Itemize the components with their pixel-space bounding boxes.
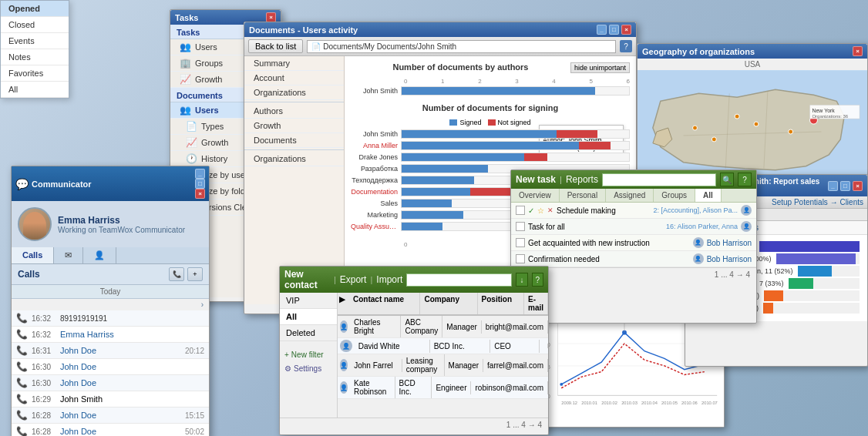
settings-button[interactable]: ⚙ Settings bbox=[280, 362, 337, 375]
contact-email: farrel@mail.com bbox=[483, 359, 548, 372]
person-name[interactable]: Bob Harrison bbox=[707, 255, 752, 263]
contact-email: robinson@mail.com bbox=[471, 381, 548, 394]
person-icon: 👤 bbox=[741, 221, 752, 232]
call-nav-next[interactable]: › bbox=[199, 300, 206, 310]
tab-overview[interactable]: Overview bbox=[511, 189, 560, 202]
calls-actions: 📞 + bbox=[169, 267, 203, 281]
call-list: 📞 16:32 89191919191 📞 16:32 Emma Harriss… bbox=[12, 310, 209, 436]
call-in-icon: 📞 bbox=[16, 329, 28, 340]
call-action-1[interactable]: 📞 bbox=[169, 267, 184, 281]
call-action-2[interactable]: + bbox=[187, 267, 203, 281]
tasks-search-input[interactable] bbox=[602, 173, 716, 186]
contact-row-1[interactable]: 👤 Charles Bright ABC Company Manager bri… bbox=[338, 316, 548, 338]
svg-point-5 bbox=[789, 129, 793, 134]
contact-row-4[interactable]: 👤 Kate Robinson BCD Inc. Engineer robins… bbox=[338, 377, 548, 399]
maximize-button[interactable]: □ bbox=[609, 25, 619, 35]
sidebar-summary[interactable]: Summary bbox=[244, 56, 344, 71]
new-filter-button[interactable]: + New filter bbox=[280, 347, 337, 362]
minimize-button[interactable]: _ bbox=[597, 25, 607, 35]
bar-row-drake: Drake Jones bbox=[351, 153, 630, 162]
menu-item-notes[interactable]: Notes bbox=[1, 49, 69, 65]
comm-tabs: Calls ✉ 👤 bbox=[12, 247, 209, 264]
menu-item-events[interactable]: Events bbox=[1, 33, 69, 49]
tab-calls[interactable]: Calls bbox=[12, 247, 54, 263]
sidebar-authors[interactable]: Authors bbox=[244, 104, 344, 119]
menu-item-closed[interactable]: Closed bbox=[1, 17, 69, 33]
sidebar-deleted[interactable]: Deleted bbox=[280, 325, 337, 341]
tab-contacts[interactable]: 👤 bbox=[83, 247, 116, 263]
person-icon: 👤 bbox=[693, 253, 704, 264]
contact-row-2[interactable]: 👤 David White BCD Inc. CEO bbox=[338, 338, 548, 354]
person-name[interactable]: Bob Harrison bbox=[707, 239, 752, 247]
contact-name: Kate Robinson bbox=[350, 377, 395, 398]
export-label[interactable]: Export bbox=[340, 274, 367, 285]
tasks-search-button[interactable]: 🔍 bbox=[720, 173, 734, 186]
hide-unimportant-button[interactable]: hide unimportant bbox=[570, 62, 630, 73]
table-header: ▶ Contact name Company Position E-mail bbox=[338, 293, 548, 316]
task-star[interactable]: ☆ bbox=[537, 206, 544, 215]
col-position[interactable]: Position bbox=[478, 293, 524, 314]
sidebar-organizations[interactable]: Organizations bbox=[244, 86, 344, 100]
contact-company: ABC Company bbox=[401, 316, 442, 337]
new-contact-label[interactable]: New contact bbox=[284, 269, 330, 290]
tasks-help-button[interactable]: ? bbox=[738, 173, 752, 186]
contact-name: David White bbox=[355, 340, 430, 353]
sidebar-all[interactable]: All bbox=[280, 309, 337, 325]
avatar bbox=[18, 207, 52, 241]
setup-label[interactable]: Setup bbox=[772, 198, 792, 206]
close-button[interactable]: × bbox=[195, 189, 205, 199]
contacts-help-button[interactable]: ? bbox=[532, 273, 543, 287]
sidebar-organizations2[interactable]: Organizations bbox=[244, 152, 344, 166]
task-num: 2: [Accounting], Alison Pa... bbox=[653, 206, 738, 214]
close-button[interactable]: × bbox=[853, 46, 863, 56]
maximize-button[interactable]: □ bbox=[840, 181, 850, 191]
col-name[interactable]: Contact name bbox=[349, 293, 420, 314]
back-to-list-button[interactable]: Back to list bbox=[248, 39, 303, 53]
close-button[interactable]: × bbox=[621, 25, 631, 35]
contacts-search-button[interactable]: ↓ bbox=[516, 273, 527, 287]
path-icon: 📄 bbox=[311, 42, 321, 51]
expand-col: ▶ bbox=[338, 293, 349, 314]
import-label[interactable]: Import bbox=[376, 274, 402, 285]
menu-item-opened[interactable]: Opened bbox=[1, 1, 69, 17]
bar-label: John Smith bbox=[351, 87, 401, 95]
close-button[interactable]: × bbox=[853, 181, 863, 191]
task-del-icon[interactable]: ✕ bbox=[547, 206, 553, 214]
call-in-icon: 📞 bbox=[16, 377, 28, 388]
call-item: 📞 16:32 Emma Harriss bbox=[12, 327, 209, 343]
sidebar-account[interactable]: Account bbox=[244, 71, 344, 86]
menu-item-all[interactable]: All bbox=[1, 82, 69, 98]
contact-row-3[interactable]: 👤 John Farrel Leasing company Manager fa… bbox=[338, 354, 548, 377]
tab-all[interactable]: All bbox=[695, 189, 722, 202]
tab-personal[interactable]: Personal bbox=[560, 189, 606, 202]
task-checkbox[interactable] bbox=[516, 206, 525, 215]
task-name: Confirmation needed bbox=[528, 255, 690, 263]
task-checkbox[interactable] bbox=[516, 238, 525, 247]
bar-row-anna: Anna Miller bbox=[351, 141, 630, 150]
call-out-icon: 📞 bbox=[16, 426, 28, 436]
tab-groups[interactable]: Groups bbox=[654, 189, 695, 202]
contact-position: Engineer bbox=[432, 381, 471, 394]
task-checkbox[interactable] bbox=[516, 254, 525, 263]
menu-item-favorites[interactable]: Favorites bbox=[1, 65, 69, 82]
sidebar-vip[interactable]: VIP bbox=[280, 293, 337, 309]
potentials-label[interactable]: Potentials → Clients bbox=[794, 198, 863, 206]
maximize-button[interactable]: □ bbox=[195, 179, 205, 189]
calls-title: Calls bbox=[18, 269, 40, 280]
task-checkbox[interactable] bbox=[516, 222, 525, 231]
col-company[interactable]: Company bbox=[420, 293, 477, 314]
col-email[interactable]: E-mail bbox=[524, 293, 548, 314]
sidebar-growth2[interactable]: Growth bbox=[244, 119, 344, 133]
minimize-button[interactable]: _ bbox=[828, 181, 838, 191]
help-button[interactable]: ? bbox=[620, 40, 632, 52]
contacts-search-input[interactable] bbox=[406, 273, 512, 287]
sidebar-documents[interactable]: Documents bbox=[244, 133, 344, 148]
minimize-button[interactable]: _ bbox=[195, 169, 205, 179]
reports-label[interactable]: Reports bbox=[566, 174, 598, 185]
task-row-3: Get acquainted with new instruction 👤 Bo… bbox=[511, 235, 756, 251]
tab-messages[interactable]: ✉ bbox=[54, 247, 83, 263]
bar-row: John Smith bbox=[351, 86, 630, 96]
bar-fill bbox=[402, 87, 595, 95]
unsigned-legend-label: Not signed bbox=[498, 119, 531, 126]
tab-assigned[interactable]: Assigned bbox=[606, 189, 654, 202]
